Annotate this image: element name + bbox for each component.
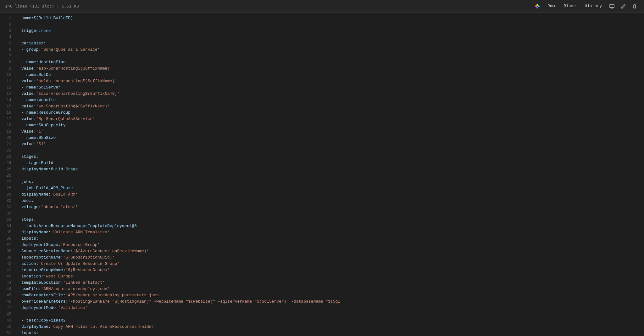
- code-line: deploymentMode: 'Validation': [21, 305, 644, 311]
- line-number: 13: [5, 91, 14, 97]
- code-line: displayName: 'Copy ARM Files to: AzureRe…: [21, 324, 644, 330]
- code-line: pool:: [21, 198, 644, 204]
- code-line: - name: SkuCapacity: [21, 122, 644, 128]
- svg-rect-4: [610, 4, 614, 8]
- line-number: 41: [5, 267, 14, 273]
- delete-icon[interactable]: [630, 2, 639, 11]
- line-number: 36: [5, 236, 14, 242]
- line-number: 22: [5, 147, 14, 154]
- code-line: displayName: 'Validate ARM Templates': [21, 229, 644, 236]
- code-line: value: 'sqlsrv-sonarhosting$(SuffixName)…: [21, 91, 644, 97]
- line-number: 50: [5, 324, 14, 330]
- line-number: 12: [5, 84, 14, 91]
- line-number: 8: [5, 59, 14, 65]
- code-line: - task: AzureResourceManagerTemplateDepl…: [21, 223, 644, 229]
- code-line: resourceGroupName: '$(ResourceGroup)': [21, 267, 644, 273]
- line-number: 37: [5, 242, 14, 248]
- line-number: 17: [5, 116, 14, 122]
- copilot-icon[interactable]: [533, 2, 542, 11]
- code-line: templateLocation: 'Linked artifact': [21, 280, 644, 286]
- toolbar-actions: Raw Blame History: [533, 2, 639, 11]
- edit-icon[interactable]: [619, 2, 628, 11]
- line-number: 42: [5, 273, 14, 280]
- code-line: csmFile: 'ARM/sonar.azuredeploy.json': [21, 286, 644, 292]
- code-line: value: 'sqldb-sonarhosting$(SuffixName)': [21, 78, 644, 84]
- editor-container: 146 lines (133 sloc) | 5.51 KB Raw Blame…: [0, 0, 644, 336]
- code-line: [21, 173, 644, 179]
- line-number: 40: [5, 261, 14, 267]
- line-number: 9: [5, 65, 14, 72]
- code-line: variables:: [21, 40, 644, 47]
- code-line: - stage: Build: [21, 160, 644, 166]
- line-number: 19: [5, 128, 14, 135]
- line-number: 38: [5, 248, 14, 254]
- line-number: 34: [5, 223, 14, 229]
- line-number: 43: [5, 280, 14, 286]
- line-number: 6: [5, 47, 14, 53]
- code-line: [21, 21, 644, 28]
- monitor-icon[interactable]: [608, 2, 616, 11]
- raw-button[interactable]: Raw: [544, 3, 558, 9]
- code-line: [21, 147, 644, 154]
- code-line: vmImage: 'ubuntu-latest': [21, 204, 644, 210]
- line-number: 14: [5, 97, 14, 103]
- line-number: 4: [5, 34, 14, 40]
- code-line: location: 'West Europe': [21, 273, 644, 280]
- code-line: ConnectedServiceName: '$(AzureConnection…: [21, 248, 644, 254]
- code-line: - group: 'SonarQube as a Service': [21, 47, 644, 53]
- toolbar: 146 lines (133 sloc) | 5.51 KB Raw Blame…: [0, 0, 644, 13]
- code-line: steps:: [21, 217, 644, 223]
- line-number: 11: [5, 78, 14, 84]
- code-area: 1234567891011121314151617181920212223242…: [0, 13, 644, 336]
- line-number: 18: [5, 122, 14, 128]
- code-line: - job: Build_ARM_Phase: [21, 185, 644, 191]
- code-line: [21, 210, 644, 217]
- line-number: 39: [5, 254, 14, 261]
- line-number: 5: [5, 40, 14, 47]
- code-line: - name: SqlDb: [21, 72, 644, 78]
- history-button[interactable]: History: [581, 3, 605, 9]
- line-number: 51: [5, 330, 14, 336]
- line-number: 45: [5, 292, 14, 299]
- line-number: 33: [5, 217, 14, 223]
- line-number: 3: [5, 28, 14, 34]
- line-number: 31: [5, 204, 14, 210]
- line-numbers: 1234567891011121314151617181920212223242…: [0, 15, 19, 336]
- code-line: inputs:: [21, 330, 644, 336]
- line-number: 30: [5, 198, 14, 204]
- line-number: 23: [5, 154, 14, 160]
- code-line: [21, 53, 644, 59]
- line-number: 46: [5, 299, 14, 305]
- code-line: - task: CopyFiles@2: [21, 317, 644, 324]
- code-line: overrideParameters: '-hostingPlanName "$…: [21, 299, 644, 305]
- code-line: displayName: 'Build ARM': [21, 191, 644, 198]
- line-number: 44: [5, 286, 14, 292]
- code-line: value: 'wa-SonarHosting$(SuffixName)': [21, 103, 644, 110]
- code-line: inputs:: [21, 236, 644, 242]
- code-line: - name: Website: [21, 97, 644, 103]
- code-line: - name: SkuSize: [21, 135, 644, 141]
- code-line: - name: HostingPlan: [21, 59, 644, 65]
- code-line: trigger: none: [21, 28, 644, 34]
- code-line: - name: SqlServer: [21, 84, 644, 91]
- code-line: jobs:: [21, 179, 644, 185]
- svg-point-3: [536, 7, 538, 9]
- line-number: 21: [5, 141, 14, 147]
- line-number: 49: [5, 317, 14, 324]
- line-number: 48: [5, 311, 14, 317]
- line-number: 29: [5, 191, 14, 198]
- line-number: 47: [5, 305, 14, 311]
- code-line: [21, 311, 644, 317]
- line-number: 2: [5, 21, 14, 28]
- code-line: value: '1': [21, 128, 644, 135]
- code-line: action: 'Create Or Update Resource Group…: [21, 261, 644, 267]
- line-number: 32: [5, 210, 14, 217]
- line-number: 27: [5, 179, 14, 185]
- code-line: value: 'Rp-SonarQubeAsAService': [21, 116, 644, 122]
- file-info: 146 lines (133 sloc) | 5.51 KB: [5, 4, 79, 9]
- line-number: 35: [5, 229, 14, 236]
- code-line: [21, 34, 644, 40]
- code-line: name: $(Build.BuildID): [21, 15, 644, 21]
- line-number: 10: [5, 72, 14, 78]
- blame-button[interactable]: Blame: [560, 3, 579, 9]
